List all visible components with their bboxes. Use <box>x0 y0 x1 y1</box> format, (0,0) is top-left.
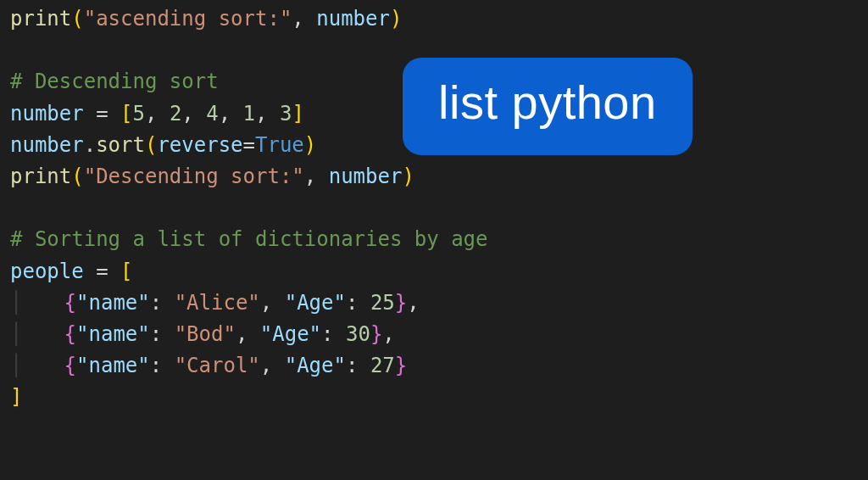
paren-close: ) <box>390 7 402 31</box>
blank-line <box>10 38 22 62</box>
code-line: number = [5, 2, 4, 1, 3] <box>10 102 304 126</box>
identifier: number <box>10 102 84 126</box>
code-line: people = [ <box>10 260 133 283</box>
number-literal: 5 <box>133 102 145 126</box>
parameter: reverse <box>157 133 242 157</box>
comment: # Sorting a list of dictionaries by age <box>10 227 488 251</box>
keyword: True <box>255 133 304 157</box>
brace-open: { <box>64 291 76 315</box>
code-line: │ {"name": "Alice", "Age": 25}, <box>10 291 420 315</box>
operator: = <box>84 102 120 126</box>
comment: # Descending sort <box>10 70 219 93</box>
method-call: sort <box>96 133 145 157</box>
code-line: ] <box>10 385 22 409</box>
brace-close: } <box>395 291 407 315</box>
comma: , <box>292 7 316 31</box>
code-line: │ {"name": "Bod", "Age": 30}, <box>10 322 395 346</box>
bracket-open: [ <box>120 102 132 126</box>
code-line: print("Descending sort:", number) <box>10 165 415 188</box>
code-line: # Descending sort <box>10 70 219 93</box>
bracket-close: ] <box>10 385 22 409</box>
title-badge: list python <box>403 58 693 155</box>
code-line: print("ascending sort:", number) <box>10 7 402 31</box>
string-literal: "ascending sort:" <box>84 7 292 31</box>
identifier: number <box>10 133 84 157</box>
bracket-open: [ <box>120 260 132 283</box>
bracket-close: ] <box>292 102 303 126</box>
fn-call: print <box>10 7 71 31</box>
identifier: number <box>316 7 390 31</box>
code-line: number.sort(reverse=True) <box>10 133 316 157</box>
blank-line <box>10 196 22 220</box>
code-line: # Sorting a list of dictionaries by age <box>10 227 488 251</box>
code-line: │ {"name": "Carol", "Age": 27} <box>10 354 407 377</box>
paren-open: ( <box>71 7 83 31</box>
badge-label: list python <box>438 75 657 129</box>
